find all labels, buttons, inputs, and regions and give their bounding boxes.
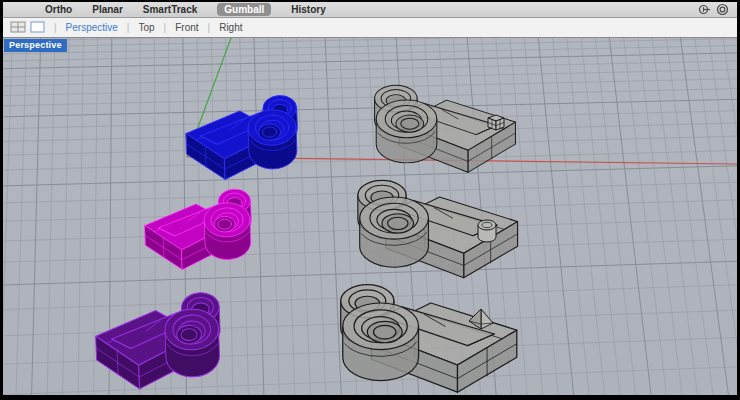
toggle-smarttrack[interactable]: SmartTrack xyxy=(143,3,197,16)
viewport-tabbar: | Perspective | Top | Front | Right xyxy=(3,18,737,38)
part-purple[interactable] xyxy=(88,280,244,395)
four-viewport-layout-icon[interactable] xyxy=(10,21,26,35)
toggle-ortho[interactable]: Ortho xyxy=(45,3,72,16)
status-toolbar: Ortho Planar SmartTrack Gumball History xyxy=(3,2,737,18)
tab-right[interactable]: Right xyxy=(219,22,242,33)
perspective-viewport[interactable]: Perspective xyxy=(3,38,737,395)
tab-divider: | xyxy=(208,22,211,33)
tab-perspective[interactable]: Perspective xyxy=(66,22,118,33)
tab-divider: | xyxy=(164,22,167,33)
tab-front[interactable]: Front xyxy=(175,22,198,33)
part-magenta[interactable] xyxy=(138,179,271,275)
part-gray-pyramid[interactable] xyxy=(310,272,525,395)
tab-divider: | xyxy=(54,22,57,33)
share-view-icon[interactable] xyxy=(698,3,711,16)
tab-top[interactable]: Top xyxy=(138,22,154,33)
viewport-title-label[interactable]: Perspective xyxy=(4,39,67,52)
application-window: Ortho Planar SmartTrack Gumball History … xyxy=(0,0,740,400)
toolbar-right-icons xyxy=(698,3,729,16)
cylinder-marker-icon xyxy=(475,218,499,244)
part-blue[interactable] xyxy=(179,85,318,186)
single-viewport-layout-icon[interactable] xyxy=(30,21,45,35)
toggle-planar[interactable]: Planar xyxy=(92,3,123,16)
toggle-history[interactable]: History xyxy=(291,3,325,16)
record-mode-icon[interactable] xyxy=(716,3,729,16)
layout-buttons xyxy=(10,21,45,35)
pyramid-marker-icon xyxy=(466,306,496,332)
toggle-gumball[interactable]: Gumball xyxy=(217,3,271,16)
cube-marker-icon xyxy=(484,110,508,134)
tab-divider: | xyxy=(127,22,130,33)
